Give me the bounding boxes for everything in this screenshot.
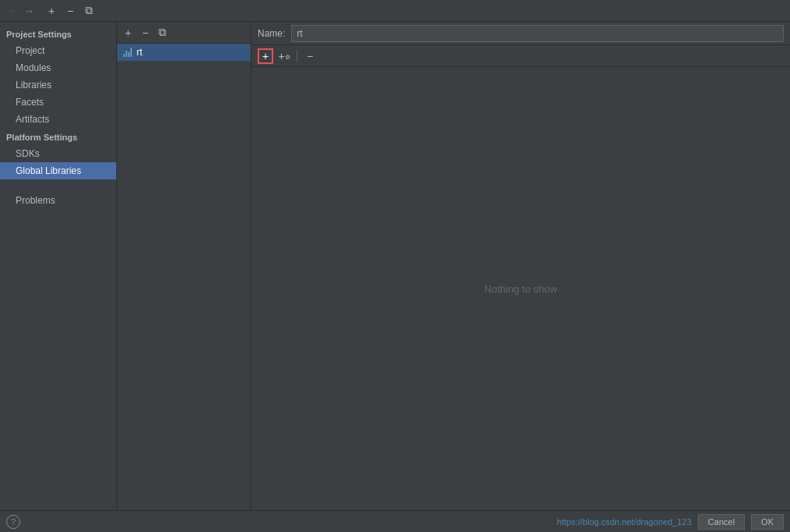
bottom-bar: ? https://blog.csdn.net/dragoned_123 Can… [0,510,790,532]
sidebar-item-artifacts[interactable]: Artifacts [0,111,116,128]
name-label: Name: [258,28,285,39]
sidebar-item-libraries[interactable]: Libraries [0,76,116,94]
nav-fwd-btn[interactable]: → [22,4,36,18]
inner-remove-btn[interactable]: − [302,48,318,64]
ok-button[interactable]: OK [751,514,784,530]
sidebar-item-global-libraries[interactable]: Global Libraries [0,162,116,179]
inner-add-highlighted-btn[interactable]: + [258,48,273,64]
sidebar: Project Settings Project Modules Librari… [0,22,117,510]
right-panel: Name: + + ⚙ − Nothing to show [251,22,790,510]
sidebar-item-facets[interactable]: Facets [0,94,116,111]
bottom-right: https://blog.csdn.net/dragoned_123 Cance… [557,514,784,530]
bar-chart-icon [123,48,132,57]
name-input[interactable] [291,25,784,42]
list-panel: + − ⧉ rt [117,22,251,510]
title-copy-btn[interactable]: ⧉ [81,3,97,19]
list-items: rt [117,44,251,510]
inner-toolbar: + + ⚙ − [251,45,790,67]
list-item-rt[interactable]: rt [117,44,251,61]
csdn-link[interactable]: https://blog.csdn.net/dragoned_123 [557,517,691,527]
list-toolbar: + − ⧉ [117,22,251,44]
nav-back-btn[interactable]: ← [6,4,20,18]
project-settings-title: Project Settings [0,25,116,42]
sidebar-item-problems[interactable]: Problems [0,192,116,209]
name-row: Name: [251,22,790,45]
inner-add-with-settings-btn[interactable]: + ⚙ [276,48,292,64]
help-button[interactable]: ? [6,515,20,529]
cancel-button[interactable]: Cancel [698,514,745,530]
title-toolbar: + − ⧉ [44,3,97,19]
sidebar-item-modules[interactable]: Modules [0,59,116,76]
list-remove-btn[interactable]: − [137,25,153,41]
main-content: Project Settings Project Modules Librari… [0,22,790,510]
platform-settings-title: Platform Settings [0,128,116,145]
content-area: Nothing to show [251,67,790,510]
list-add-btn[interactable]: + [120,25,136,41]
toolbar-separator [297,50,297,62]
list-copy-btn[interactable]: ⧉ [155,25,170,41]
settings-indicator-icon: ⚙ [285,54,290,61]
sidebar-item-project[interactable]: Project [0,42,116,59]
nothing-to-show-label: Nothing to show [484,283,557,295]
title-add-btn[interactable]: + [44,3,59,19]
list-item-label: rt [137,47,142,58]
title-remove-btn[interactable]: − [62,3,78,19]
title-bar: ← → + − ⧉ [0,0,790,22]
sidebar-item-sdks[interactable]: SDKs [0,145,116,162]
